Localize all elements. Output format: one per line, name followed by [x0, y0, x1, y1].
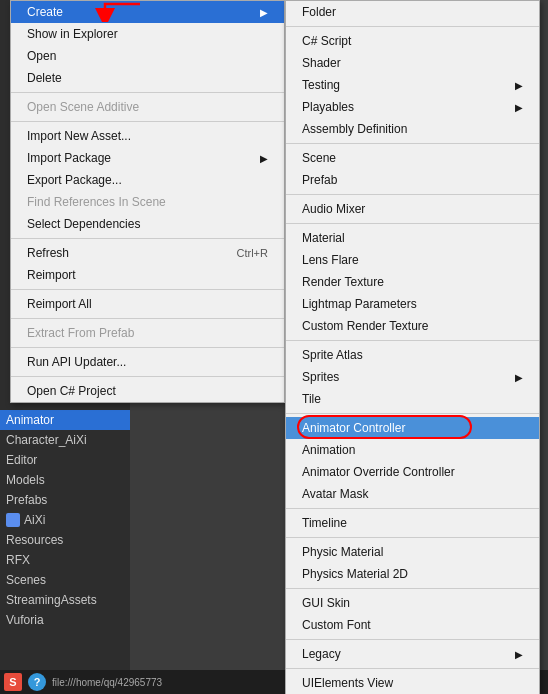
sidebar-item-scenes[interactable]: Scenes — [0, 570, 130, 590]
sidebar-item-resources[interactable]: Resources — [0, 530, 130, 550]
menu-find-references[interactable]: Find References In Scene — [11, 191, 284, 213]
menu-delete[interactable]: Delete — [11, 67, 284, 89]
menu-right-custom-render[interactable]: Custom Render Texture — [286, 315, 539, 337]
sidebar-item-editor[interactable]: Editor — [0, 450, 130, 470]
separator-right-10 — [286, 639, 539, 640]
menu-reimport[interactable]: Reimport — [11, 264, 284, 286]
separator-7 — [11, 376, 284, 377]
menu-right-timeline[interactable]: Timeline — [286, 512, 539, 534]
separator-right-5 — [286, 340, 539, 341]
submenu-arrow-legacy: ▶ — [515, 649, 523, 660]
menu-show-explorer[interactable]: Show in Explorer — [11, 23, 284, 45]
submenu-arrow-testing: ▶ — [515, 80, 523, 91]
sidebar-item-vuforia[interactable]: Vuforia — [0, 610, 130, 630]
menu-right-playables[interactable]: Playables ▶ — [286, 96, 539, 118]
submenu-arrow-create: ▶ — [260, 7, 268, 18]
submenu-arrow-sprites: ▶ — [515, 372, 523, 383]
menu-right-ui-elements[interactable]: UIElements View — [286, 672, 539, 694]
menu-right-animation[interactable]: Animation — [286, 439, 539, 461]
menu-right-shader[interactable]: Shader — [286, 52, 539, 74]
menu-right-scene[interactable]: Scene — [286, 147, 539, 169]
menu-open-csharp[interactable]: Open C# Project — [11, 380, 284, 402]
menu-right-sprite-atlas[interactable]: Sprite Atlas — [286, 344, 539, 366]
separator-1 — [11, 92, 284, 93]
menu-right-prefab[interactable]: Prefab — [286, 169, 539, 191]
menu-right-legacy[interactable]: Legacy ▶ — [286, 643, 539, 665]
separator-right-7 — [286, 508, 539, 509]
menu-right-lens-flare[interactable]: Lens Flare — [286, 249, 539, 271]
separator-right-3 — [286, 194, 539, 195]
separator-right-4 — [286, 223, 539, 224]
menu-right-tile[interactable]: Tile — [286, 388, 539, 410]
separator-2 — [11, 121, 284, 122]
menu-open[interactable]: Open — [11, 45, 284, 67]
submenu-arrow-playables: ▶ — [515, 102, 523, 113]
sidebar-item-models[interactable]: Models — [0, 470, 130, 490]
sidebar-item-animator[interactable]: Animator — [0, 410, 130, 430]
menu-right-custom-font[interactable]: Custom Font — [286, 614, 539, 636]
aixi-icon — [6, 513, 20, 527]
separator-right-1 — [286, 26, 539, 27]
refresh-shortcut: Ctrl+R — [237, 247, 268, 259]
sidebar-item-streaming[interactable]: StreamingAssets — [0, 590, 130, 610]
menu-reimport-all[interactable]: Reimport All — [11, 293, 284, 315]
menu-open-scene-additive[interactable]: Open Scene Additive — [11, 96, 284, 118]
sidebar-item-prefabs[interactable]: Prefabs — [0, 490, 130, 510]
menu-right-lightmap[interactable]: Lightmap Parameters — [286, 293, 539, 315]
bottom-s-icon: S — [4, 673, 22, 691]
menu-right-material[interactable]: Material — [286, 227, 539, 249]
separator-right-9 — [286, 588, 539, 589]
menu-right-sprites[interactable]: Sprites ▶ — [286, 366, 539, 388]
menu-run-api-updater[interactable]: Run API Updater... — [11, 351, 284, 373]
separator-6 — [11, 347, 284, 348]
menu-select-dependencies[interactable]: Select Dependencies — [11, 213, 284, 235]
separator-4 — [11, 289, 284, 290]
separator-right-11 — [286, 668, 539, 669]
menu-refresh[interactable]: Refresh Ctrl+R — [11, 242, 284, 264]
menu-import-package[interactable]: Import Package ▶ — [11, 147, 284, 169]
menu-right-assembly[interactable]: Assembly Definition — [286, 118, 539, 140]
menu-import-new-asset[interactable]: Import New Asset... — [11, 125, 284, 147]
submenu-arrow-import: ▶ — [260, 153, 268, 164]
separator-right-8 — [286, 537, 539, 538]
menu-right-physic-material[interactable]: Physic Material — [286, 541, 539, 563]
menu-extract-prefab[interactable]: Extract From Prefab — [11, 322, 284, 344]
bottom-q-icon: ? — [28, 673, 46, 691]
menu-right-animator-controller[interactable]: Animator Controller — [286, 417, 539, 439]
sidebar-item-aixi[interactable]: AiXi — [0, 510, 130, 530]
menu-export-package[interactable]: Export Package... — [11, 169, 284, 191]
sidebar-item-character[interactable]: Character_AiXi — [0, 430, 130, 450]
menu-right-physics-2d[interactable]: Physics Material 2D — [286, 563, 539, 585]
menu-right-avatar-mask[interactable]: Avatar Mask — [286, 483, 539, 505]
separator-right-6 — [286, 413, 539, 414]
menu-right-audio-mixer[interactable]: Audio Mixer — [286, 198, 539, 220]
right-submenu: Folder C# Script Shader Testing ▶ Playab… — [285, 0, 540, 694]
menu-right-folder[interactable]: Folder — [286, 1, 539, 23]
menu-right-testing[interactable]: Testing ▶ — [286, 74, 539, 96]
left-context-menu: Create ▶ Show in Explorer Open Delete Op… — [10, 0, 285, 403]
menu-create[interactable]: Create ▶ — [11, 1, 284, 23]
menu-right-gui-skin[interactable]: GUI Skin — [286, 592, 539, 614]
separator-right-2 — [286, 143, 539, 144]
sidebar-item-rfx[interactable]: RFX — [0, 550, 130, 570]
menu-right-render-texture[interactable]: Render Texture — [286, 271, 539, 293]
menu-right-animator-override[interactable]: Animator Override Controller — [286, 461, 539, 483]
separator-3 — [11, 238, 284, 239]
menu-right-csharp[interactable]: C# Script — [286, 30, 539, 52]
separator-5 — [11, 318, 284, 319]
